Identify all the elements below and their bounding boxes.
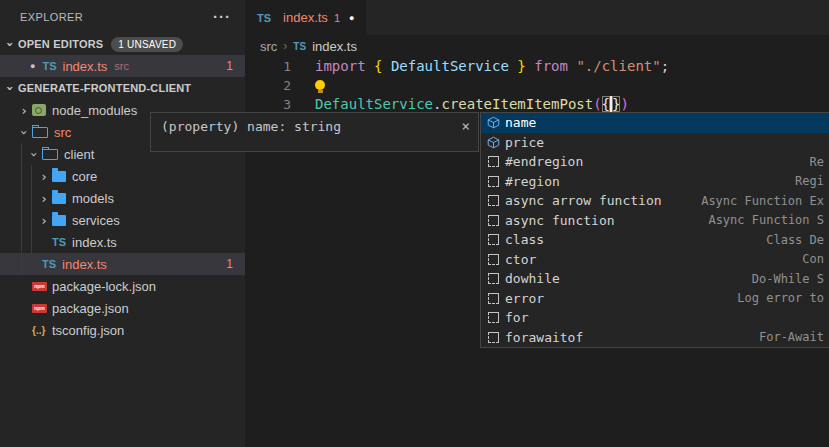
tree-item-label: services: [72, 213, 120, 228]
code-token: DefaultService: [315, 96, 433, 112]
tree-item-package-lock.json[interactable]: ›npmpackage-lock.json: [0, 275, 245, 297]
indent-guide: [21, 143, 22, 275]
chevron-down-icon[interactable]: ›: [18, 124, 31, 140]
open-editors-section-header[interactable]: › OPEN EDITORS 1 UNSAVED: [0, 33, 245, 55]
folder-open-icon: [32, 127, 48, 138]
suggest-item-name[interactable]: name: [481, 113, 829, 133]
code-line[interactable]: 2: [245, 76, 829, 95]
snippet-symbol-icon: [486, 194, 501, 208]
error-squiggle: {}: [602, 96, 621, 112]
node-modules-folder-icon: [32, 104, 46, 116]
chevron-right-icon[interactable]: ›: [36, 214, 52, 227]
snippet-symbol-icon: [486, 291, 501, 305]
suggest-item-async-function[interactable]: async functionAsync Function S: [481, 211, 829, 231]
suggest-item-label: class: [505, 232, 544, 247]
suggest-item-price[interactable]: price: [481, 133, 829, 153]
chevron-right-icon[interactable]: ›: [36, 170, 52, 183]
snippet-symbol-icon: [486, 330, 501, 344]
code-line-content: import { DefaultService } from "./client…: [291, 57, 669, 76]
dirty-dot-icon[interactable]: ●: [349, 13, 354, 23]
chevron-right-icon[interactable]: ›: [16, 104, 32, 117]
tree-item-core[interactable]: ›core: [0, 165, 245, 187]
code-token: DefaultService: [391, 58, 509, 74]
suggest-item-ctor[interactable]: ctorCon: [481, 250, 829, 270]
suggest-item-detail: Async Function Ex: [691, 194, 824, 208]
tree-item-models[interactable]: ›models: [0, 187, 245, 209]
tab-index-ts[interactable]: TS index.ts 1 ●: [245, 0, 366, 35]
snippet-glyph: [488, 215, 499, 226]
suggest-item-label: #region: [505, 174, 560, 189]
error-count-badge: 1: [226, 257, 233, 271]
close-icon[interactable]: ×: [462, 119, 470, 133]
typescript-icon: TS: [42, 60, 56, 72]
code-token: [382, 58, 390, 74]
breadcrumb-file[interactable]: index.ts: [312, 39, 357, 54]
suggest-item-detail: Log error to: [727, 291, 824, 305]
code-editor[interactable]: 1import { DefaultService } from "./clien…: [245, 57, 829, 114]
snippet-glyph: [488, 176, 499, 187]
snippet-glyph: [488, 156, 499, 167]
suggest-widget: nameprice#endregionRe#regionRegiasync ar…: [480, 112, 829, 348]
tree-item-label: index.ts: [72, 235, 117, 250]
snippet-symbol-icon: [486, 233, 501, 247]
workspace-label: GENERATE-FRONTEND-CLIENT: [18, 82, 191, 94]
typescript-icon: TS: [52, 236, 66, 248]
tree-item-index.ts[interactable]: ›TSindex.ts: [0, 231, 245, 253]
code-token: "./client": [576, 58, 660, 74]
tooltip-text: (property) name: string: [161, 119, 341, 134]
more-actions-icon[interactable]: ···: [213, 12, 231, 22]
snippet-symbol-icon: [486, 155, 501, 169]
tree-item-label: package.json: [52, 301, 129, 316]
suggest-item-detail: Class De: [756, 233, 824, 247]
line-number: 1: [245, 57, 291, 76]
snippet-symbol-icon: [486, 213, 501, 227]
tree-item-tsconfig.json[interactable]: ›{..}tsconfig.json: [0, 319, 245, 341]
error-count-badge: 1: [226, 59, 233, 73]
code-line-content: [291, 76, 325, 95]
code-token: [366, 58, 374, 74]
suggest-item-detail: Do-While S: [742, 272, 824, 286]
suggest-item-dowhile[interactable]: dowhileDo-While S: [481, 269, 829, 289]
code-line[interactable]: 1import { DefaultService } from "./clien…: [245, 57, 829, 76]
suggest-item-error[interactable]: errorLog error to: [481, 289, 829, 309]
suggest-item-label: for: [505, 310, 528, 325]
snippet-glyph: [488, 234, 499, 245]
chevron-down-icon[interactable]: ›: [4, 80, 17, 96]
chevron-right-icon[interactable]: ›: [36, 192, 52, 205]
tree-item-label: tsconfig.json: [52, 323, 124, 338]
tab-error-count: 1: [334, 12, 340, 24]
code-token: ;: [661, 58, 669, 74]
workspace-section-header[interactable]: › GENERATE-FRONTEND-CLIENT: [0, 77, 245, 99]
suggest-item-label: forawaitof: [505, 330, 583, 345]
field-symbol-icon: [486, 135, 501, 149]
breadcrumb: src › TS index.ts: [245, 35, 829, 57]
tree-item-label: node_modules: [52, 103, 137, 118]
suggest-item-async-arrow-function[interactable]: async arrow functionAsync Function Ex: [481, 191, 829, 211]
suggest-item-detail: Con: [792, 252, 824, 266]
suggest-item-#endregion[interactable]: #endregionRe: [481, 152, 829, 172]
folder-icon: [52, 193, 66, 204]
suggest-item-detail: Regi: [785, 174, 824, 188]
suggest-item-forawaitof[interactable]: forawaitofFor-Await: [481, 328, 829, 348]
breadcrumb-folder[interactable]: src: [260, 39, 277, 54]
folder-open-icon: [42, 149, 58, 160]
suggest-item-class[interactable]: classClass De: [481, 230, 829, 250]
code-token: {: [602, 96, 610, 112]
line-number: 2: [245, 76, 291, 95]
chevron-down-icon[interactable]: ›: [28, 146, 41, 162]
tree-item-index.ts[interactable]: ›TSindex.ts1: [0, 253, 245, 275]
suggest-item-#region[interactable]: #regionRegi: [481, 172, 829, 192]
open-editor-item-index-ts[interactable]: ● TS index.ts src 1: [0, 55, 245, 77]
tab-bar: TS index.ts 1 ●: [245, 0, 829, 35]
tree-item-services[interactable]: ›services: [0, 209, 245, 231]
chevron-down-icon[interactable]: ›: [4, 36, 17, 52]
snippet-symbol-icon: [486, 174, 501, 188]
open-editors-label: OPEN EDITORS: [18, 38, 103, 50]
tree-item-package.json[interactable]: ›npmpackage.json: [0, 297, 245, 319]
sidebar-header: EXPLORER ···: [0, 0, 245, 33]
suggest-item-label: price: [505, 135, 544, 150]
suggest-item-for[interactable]: for: [481, 308, 829, 328]
lightbulb-icon[interactable]: [315, 79, 325, 93]
snippet-glyph: [488, 312, 499, 323]
code-token: createItemItemPost: [441, 96, 593, 112]
